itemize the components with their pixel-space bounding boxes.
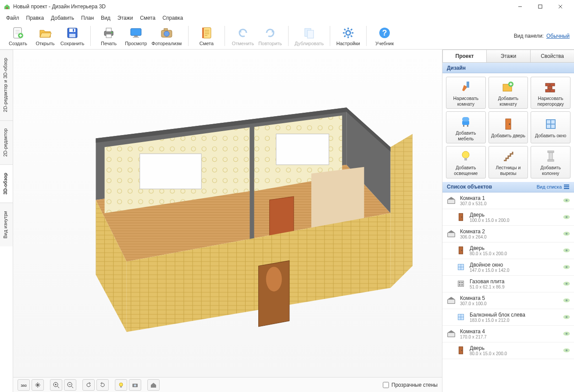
home-button[interactable] (147, 379, 160, 391)
print-button[interactable]: Печать (95, 25, 122, 47)
object-name: Газовая плита (470, 278, 559, 285)
stove-icon (456, 278, 466, 289)
tab-floors[interactable]: Этажи (486, 50, 531, 62)
visibility-icon[interactable] (563, 298, 570, 303)
add-room-button[interactable]: Добавить комнату (488, 77, 528, 109)
object-item[interactable]: Дверь100.0 x 15.0 x 200.0 (442, 209, 574, 226)
side-tab-3d[interactable]: 3D-обзор (0, 164, 13, 203)
objects-list: Комната 1307.0 x 531.0Дверь100.0 x 15.0 … (442, 192, 574, 392)
visibility-icon[interactable] (563, 214, 570, 220)
open-button[interactable]: Открыть (32, 25, 59, 47)
visibility-icon[interactable] (563, 331, 570, 336)
visibility-icon[interactable] (563, 198, 570, 203)
object-item[interactable]: Дверь80.0 x 15.0 x 200.0 (442, 342, 574, 359)
settings-button[interactable]: Настройки (335, 25, 362, 47)
duplicate-icon (302, 26, 316, 40)
pan-button[interactable] (32, 379, 44, 391)
room-icon (446, 195, 456, 206)
visibility-icon[interactable] (563, 231, 570, 236)
object-item[interactable]: Газовая плита51.0 x 62.1 x 86.9 (442, 276, 574, 292)
door-icon (501, 117, 515, 131)
viewport: 360 Прозрачные стены (13, 50, 442, 392)
add-furniture-button[interactable]: Добавить мебель (446, 111, 486, 143)
svg-rect-54 (538, 5, 542, 8)
menu-file[interactable]: Файл (3, 14, 23, 22)
menu-view[interactable]: Вид (97, 14, 114, 22)
menu-estimate[interactable]: Смета (136, 14, 159, 22)
help-icon (378, 26, 392, 40)
draw-room-button[interactable]: Нарисовать комнату (446, 77, 486, 109)
object-item[interactable]: Дверь80.0 x 15.0 x 200.0 (442, 242, 574, 259)
object-item[interactable]: Балконный блок слева183.0 x 15.0 x 212.0 (442, 309, 574, 326)
rotate-left-button[interactable] (82, 379, 95, 391)
svg-text:360: 360 (21, 384, 27, 388)
undo-icon (236, 26, 250, 40)
toolbar: Создать Открыть Сохранить Печать Просмот… (0, 23, 574, 49)
camera-button[interactable] (129, 379, 141, 391)
tab-project[interactable]: Проект (442, 50, 487, 62)
preview-button[interactable]: Просмотр (122, 25, 150, 47)
stairs-button[interactable]: Лестницы и вырезы (488, 146, 528, 178)
object-dimensions: 51.0 x 62.1 x 86.9 (470, 285, 559, 289)
canvas-3d[interactable] (13, 50, 442, 377)
create-button[interactable]: Создать (4, 25, 32, 47)
add-door-button[interactable]: Добавить дверь (488, 111, 528, 143)
panel-view-link[interactable]: Обычный (546, 33, 570, 39)
light-button[interactable] (115, 379, 127, 391)
visibility-icon[interactable] (563, 248, 570, 253)
transparent-walls-checkbox[interactable] (383, 382, 389, 388)
object-dimensions: 80.0 x 15.0 x 200.0 (470, 351, 559, 356)
object-item[interactable]: Комната 1307.0 x 531.0 (442, 192, 574, 209)
estimate-button[interactable]: Смета (193, 25, 220, 47)
menu-floors[interactable]: Этажи (114, 14, 136, 22)
side-tab-2d[interactable]: 2D-редактор (0, 120, 13, 164)
object-item[interactable]: Двойное окно147.0 x 15.0 x 142.0 (442, 259, 574, 276)
visibility-icon[interactable] (563, 281, 570, 286)
orbit-button[interactable]: 360 (18, 379, 30, 391)
svg-point-78 (119, 383, 123, 386)
tab-properties[interactable]: Свойства (530, 50, 574, 62)
list-view-link[interactable]: Вид списка (537, 184, 570, 190)
add-light-button[interactable]: Добавить освещение (446, 146, 486, 178)
rotate-right-button[interactable] (96, 379, 109, 391)
menu-plan[interactable]: План (78, 14, 97, 22)
close-button[interactable] (550, 0, 570, 13)
object-item[interactable]: Комната 2306.0 x 264.0 (442, 226, 574, 242)
side-tab-inside[interactable]: Вид изнутри (0, 203, 13, 246)
object-dimensions: 307.0 x 100.0 (460, 301, 559, 306)
svg-rect-82 (564, 185, 569, 185)
menu-edit[interactable]: Правка (23, 14, 48, 22)
door-icon (456, 245, 466, 256)
screen-icon (129, 26, 143, 40)
room-icon (446, 328, 456, 339)
duplicate-button[interactable]: Дублировать (293, 25, 325, 47)
zoom-out-button[interactable] (64, 379, 76, 391)
add-window-button[interactable]: Добавить окно (531, 111, 570, 143)
maximize-button[interactable] (530, 0, 550, 13)
visibility-icon[interactable] (563, 314, 570, 320)
notes-icon (200, 26, 214, 40)
object-dimensions: 170.0 x 217.7 (460, 335, 559, 339)
tutorial-button[interactable]: Учебник (371, 25, 398, 47)
redo-button[interactable]: Повторить (257, 25, 284, 47)
wall-icon (544, 80, 558, 94)
menu-add[interactable]: Добавить (47, 14, 78, 22)
save-button[interactable]: Сохранить (59, 25, 86, 47)
menu-help[interactable]: Справка (159, 14, 186, 22)
brush-icon (459, 80, 473, 94)
visibility-icon[interactable] (563, 348, 570, 353)
svg-point-73 (266, 267, 282, 292)
add-column-button[interactable]: Добавить колонну (531, 146, 570, 178)
visibility-icon[interactable] (563, 264, 570, 270)
photorealism-button[interactable]: Фотореализм (150, 25, 184, 47)
design-header: Дизайн (442, 63, 574, 73)
draw-partition-button[interactable]: Нарисовать перегородку (531, 77, 570, 109)
zoom-in-button[interactable] (50, 379, 62, 391)
window-icon (544, 117, 558, 131)
minimize-button[interactable] (510, 0, 530, 13)
object-item[interactable]: Комната 4170.0 x 217.7 (442, 326, 574, 342)
object-item[interactable]: Комната 5307.0 x 100.0 (442, 292, 574, 309)
undo-button[interactable]: Отменить (229, 25, 257, 47)
side-tab-2d3d[interactable]: 2D-редактор и 3D-обзор (0, 50, 13, 120)
object-name: Комната 1 (460, 195, 559, 201)
